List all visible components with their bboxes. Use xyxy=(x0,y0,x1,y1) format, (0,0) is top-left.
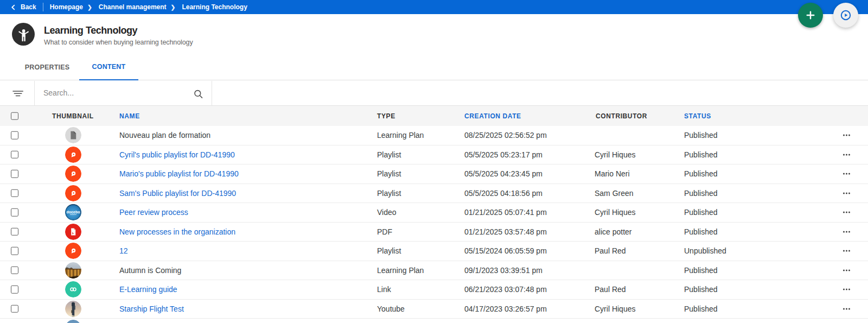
svg-text:docebo: docebo xyxy=(67,210,80,214)
